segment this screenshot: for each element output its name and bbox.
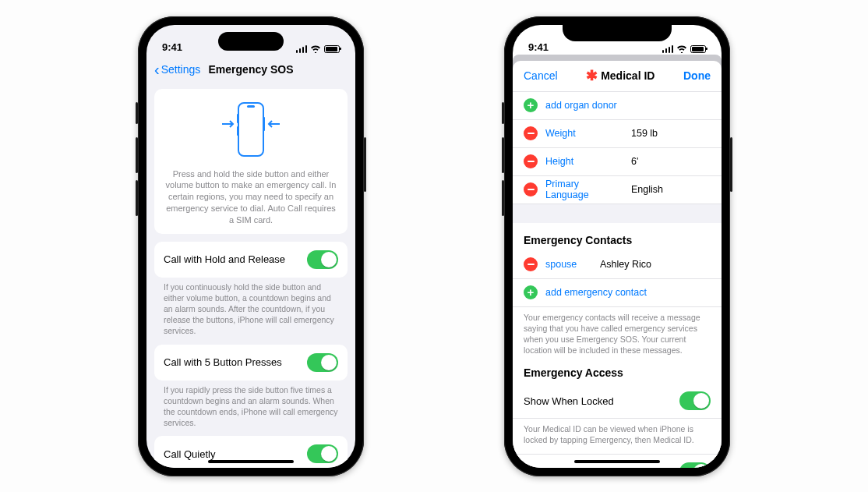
toggle-share-during-call[interactable] <box>679 462 711 468</box>
screen-medical-id: 9:41 Cancel ✱ Medical ID Done <box>513 25 722 468</box>
status-time: 9:41 <box>528 41 549 53</box>
weight-key: Weight <box>545 128 623 139</box>
language-value: English <box>631 184 663 195</box>
nav-bar: ‹ Settings Emergency SOS <box>146 56 355 83</box>
row-label: Call with Hold and Release <box>164 253 285 265</box>
wifi-icon <box>676 45 687 53</box>
add-emergency-contact-label: add emergency contact <box>545 287 647 298</box>
sheet-title: ✱ Medical ID <box>586 69 655 82</box>
height-value: 6' <box>631 156 638 167</box>
page-title: Emergency SOS <box>146 63 355 76</box>
svg-rect-2 <box>237 114 238 123</box>
row-label: Call with 5 Button Presses <box>164 356 282 368</box>
emergency-contacts-title: Emergency Contacts <box>513 223 722 251</box>
svg-rect-1 <box>247 105 255 108</box>
screen-emergency-sos: 9:41 ‹ Settings Emergency SOS <box>146 25 355 468</box>
emergency-contacts-caption: Your emergency contacts will receive a m… <box>513 307 722 356</box>
row-height[interactable]: Height 6' <box>513 148 722 176</box>
notch <box>563 25 672 41</box>
instructions-text: Press and hold the side button and eithe… <box>164 168 338 226</box>
language-key: Primary Language <box>545 179 623 200</box>
dynamic-island <box>218 32 284 51</box>
home-indicator[interactable] <box>208 460 294 463</box>
row-footer: If you rapidly press the side button fiv… <box>154 381 348 429</box>
status-time: 9:41 <box>162 41 182 53</box>
row-label: Show When Locked <box>524 395 614 407</box>
minus-icon <box>524 182 538 196</box>
row-footer: If you continuously hold the side button… <box>154 278 348 337</box>
svg-rect-0 <box>238 103 263 156</box>
minus-icon <box>524 257 538 271</box>
height-key: Height <box>545 156 623 167</box>
svg-rect-4 <box>263 117 265 131</box>
toggle-show-when-locked[interactable] <box>679 391 711 410</box>
medical-id-icon: ✱ <box>586 73 598 80</box>
battery-icon <box>324 45 340 53</box>
contact-relation: spouse <box>545 259 592 270</box>
svg-rect-3 <box>237 126 238 136</box>
weight-value: 159 lb <box>631 128 658 139</box>
cancel-button[interactable]: Cancel <box>524 69 558 82</box>
cellular-icon <box>296 45 308 53</box>
row-call-hold-release: Call with Hold and Release <box>154 242 348 278</box>
plus-icon <box>524 285 538 299</box>
contact-name: Ashley Rico <box>600 259 651 270</box>
row-call-5-presses: Call with 5 Button Presses <box>154 345 348 381</box>
add-organ-donor-label: add organ donor <box>545 100 617 111</box>
iphone-left: 9:41 ‹ Settings Emergency SOS <box>138 16 364 476</box>
minus-icon <box>524 126 538 140</box>
sos-illustration <box>164 100 338 161</box>
wifi-icon <box>310 45 321 53</box>
toggle-call-5-presses[interactable] <box>307 353 338 372</box>
home-indicator[interactable] <box>574 460 660 463</box>
instructions-card: Press and hold the side button and eithe… <box>154 89 348 234</box>
row-add-organ-donor[interactable]: add organ donor <box>513 92 722 120</box>
cellular-icon <box>662 45 674 53</box>
row-label: Call Quietly <box>164 448 215 460</box>
sheet-scroll[interactable]: add organ donor Weight 159 lb Height 6' … <box>513 92 722 468</box>
iphone-right: 9:41 Cancel ✱ Medical ID Done <box>504 16 730 476</box>
toggle-call-hold-release[interactable] <box>307 250 338 269</box>
medical-id-sheet: Cancel ✱ Medical ID Done add organ donor… <box>513 61 722 468</box>
row-label: Share During Emergency Call <box>524 465 658 467</box>
battery-icon <box>690 45 706 53</box>
row-add-emergency-contact[interactable]: add emergency contact <box>513 279 722 307</box>
minus-icon <box>524 154 538 168</box>
row-emergency-contact[interactable]: spouse Ashley Rico <box>513 251 722 279</box>
plus-icon <box>524 98 538 112</box>
settings-scroll[interactable]: Press and hold the side button and eithe… <box>146 83 355 468</box>
sheet-navbar: Cancel ✱ Medical ID Done <box>513 61 722 92</box>
show-when-locked-caption: Your Medical ID can be viewed when iPhon… <box>513 419 722 445</box>
row-primary-language[interactable]: Primary Language English <box>513 176 722 204</box>
toggle-call-quietly[interactable] <box>307 444 338 463</box>
row-show-when-locked: Show When Locked <box>513 384 722 419</box>
row-weight[interactable]: Weight 159 lb <box>513 120 722 148</box>
done-button[interactable]: Done <box>683 69 711 82</box>
emergency-access-title: Emergency Access <box>513 356 722 384</box>
